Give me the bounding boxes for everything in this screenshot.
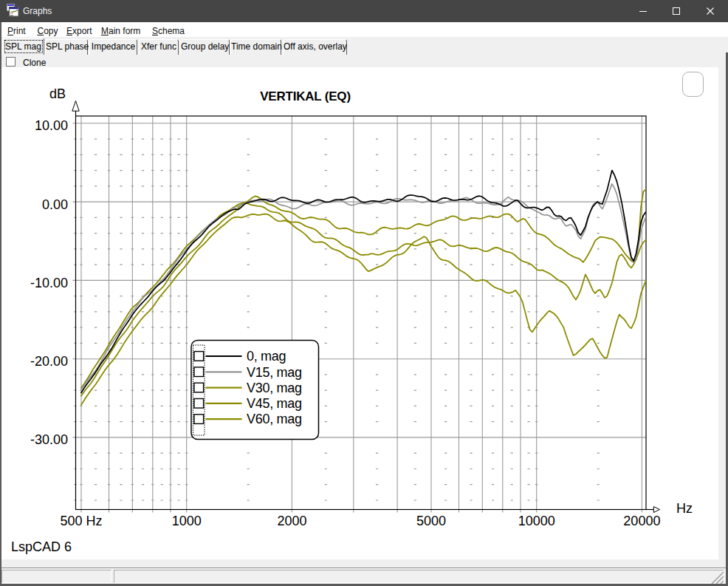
svg-text:VERTIKAL (EQ): VERTIKAL (EQ): [260, 89, 351, 103]
svg-text:0.00: 0.00: [42, 197, 68, 212]
svg-text:2000: 2000: [277, 514, 306, 528]
svg-text:V15, mag: V15, mag: [247, 365, 302, 380]
svg-text:V45, mag: V45, mag: [247, 396, 302, 411]
svg-text:1000: 1000: [172, 514, 202, 528]
svg-text:-30.00: -30.00: [30, 432, 68, 447]
svg-text:V30, mag: V30, mag: [247, 381, 302, 395]
svg-text:dB: dB: [49, 86, 66, 101]
svg-text:Hz: Hz: [676, 501, 693, 516]
svg-text:10000: 10000: [518, 514, 555, 528]
svg-text:0, mag: 0, mag: [247, 349, 286, 364]
svg-text:LspCAD 6: LspCAD 6: [11, 539, 72, 554]
svg-text:5000: 5000: [416, 514, 446, 528]
svg-text:V60, mag: V60, mag: [247, 412, 302, 426]
svg-text:20000: 20000: [623, 514, 660, 528]
svg-text:-10.00: -10.00: [30, 276, 68, 290]
svg-text:10.00: 10.00: [35, 118, 68, 133]
svg-text:500 Hz: 500 Hz: [60, 514, 102, 528]
svg-text:-20.00: -20.00: [30, 354, 68, 369]
